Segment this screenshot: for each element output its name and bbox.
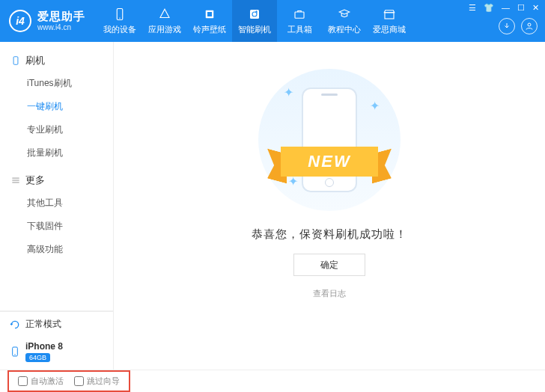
nav-ringtone[interactable]: 铃声壁纸 xyxy=(187,0,232,42)
minimize-icon[interactable]: — xyxy=(502,3,510,13)
brand-logo-icon: i4 xyxy=(9,10,31,32)
sidebar-item-download-firmware[interactable]: 下载固件 xyxy=(0,215,113,238)
tutorial-icon xyxy=(338,7,351,21)
svg-rect-6 xyxy=(385,12,394,18)
apps-icon xyxy=(158,7,171,21)
sidebar-item-pro-flash[interactable]: 专业刷机 xyxy=(0,118,113,141)
ringtone-icon xyxy=(203,7,216,21)
device-name: iPhone 8 xyxy=(25,341,63,352)
sidebar-group-flash[interactable]: 刷机 xyxy=(0,49,113,72)
phone-icon xyxy=(10,55,21,66)
nav-flash[interactable]: 智能刷机 xyxy=(232,0,277,42)
svg-rect-8 xyxy=(13,57,18,65)
view-log-link[interactable]: 查看日志 xyxy=(313,288,346,299)
brand: i4 爱思助手 www.i4.cn xyxy=(9,10,85,32)
options-highlight: 自动激活 跳过向导 xyxy=(7,370,130,392)
device-indicator[interactable]: iPhone 8 64GB xyxy=(0,337,113,370)
svg-rect-5 xyxy=(295,12,304,18)
sparkle-icon: ✦ xyxy=(284,85,293,99)
refresh-icon xyxy=(9,319,21,331)
brand-url: www.i4.cn xyxy=(37,23,85,32)
tools-icon xyxy=(293,7,306,21)
close-icon[interactable]: ✕ xyxy=(532,3,539,13)
svg-point-10 xyxy=(14,354,15,355)
sidebar-item-advanced[interactable]: 高级功能 xyxy=(0,238,113,261)
device-capacity-badge: 64GB xyxy=(25,353,50,362)
svg-rect-3 xyxy=(207,12,212,16)
user-button[interactable] xyxy=(521,18,538,34)
sidebar-item-oneclick-flash[interactable]: 一键刷机 xyxy=(0,95,113,118)
device-icon xyxy=(113,7,127,21)
store-icon xyxy=(383,7,396,21)
options-bar: 自动激活 跳过向导 xyxy=(0,370,545,392)
window-controls: ☰ 👕 — ☐ ✕ xyxy=(469,3,539,13)
content-area: ✦ ✦ ✦ ✦ NEW 恭喜您，保资料刷机成功啦！ 确定 查看日志 xyxy=(114,42,545,370)
skip-guide-checkbox[interactable]: 跳过向导 xyxy=(74,376,120,387)
sidebar-group-more[interactable]: 更多 xyxy=(0,169,113,192)
sidebar: 刷机 iTunes刷机 一键刷机 专业刷机 批量刷机 更多 其他工具 下载固件 … xyxy=(0,42,114,370)
sidebar-item-itunes-flash[interactable]: iTunes刷机 xyxy=(0,72,113,95)
nav-apps[interactable]: 应用游戏 xyxy=(142,0,187,42)
success-message: 恭喜您，保资料刷机成功啦！ xyxy=(252,227,407,242)
auto-activate-checkbox[interactable]: 自动激活 xyxy=(18,376,64,387)
sidebar-item-other-tools[interactable]: 其他工具 xyxy=(0,192,113,215)
nav-tools[interactable]: 工具箱 xyxy=(277,0,322,42)
nav-store[interactable]: 爱思商城 xyxy=(367,0,412,42)
device-small-icon xyxy=(9,346,21,358)
flash-icon xyxy=(248,7,261,21)
nav-tutorial[interactable]: 教程中心 xyxy=(322,0,367,42)
new-ribbon: NEW xyxy=(251,142,408,181)
skin-icon[interactable]: 👕 xyxy=(484,3,494,13)
sparkle-icon: ✦ xyxy=(370,99,380,113)
top-nav: 我的设备 应用游戏 铃声壁纸 智能刷机 工具箱 教程中心 爱思商城 xyxy=(97,0,412,42)
maximize-icon[interactable]: ☐ xyxy=(517,3,525,13)
menu-icon[interactable]: ☰ xyxy=(469,3,476,13)
download-button[interactable] xyxy=(499,18,515,34)
success-illustration: ✦ ✦ ✦ ✦ NEW xyxy=(258,69,401,211)
ok-button[interactable]: 确定 xyxy=(293,254,365,276)
mode-indicator[interactable]: 正常模式 xyxy=(0,311,113,337)
svg-rect-4 xyxy=(250,10,259,19)
sidebar-item-batch-flash[interactable]: 批量刷机 xyxy=(0,141,113,165)
nav-my-device[interactable]: 我的设备 xyxy=(97,0,142,42)
svg-point-7 xyxy=(528,23,531,26)
menu-lines-icon xyxy=(10,175,21,186)
svg-point-1 xyxy=(119,17,121,19)
brand-title: 爱思助手 xyxy=(37,10,85,23)
